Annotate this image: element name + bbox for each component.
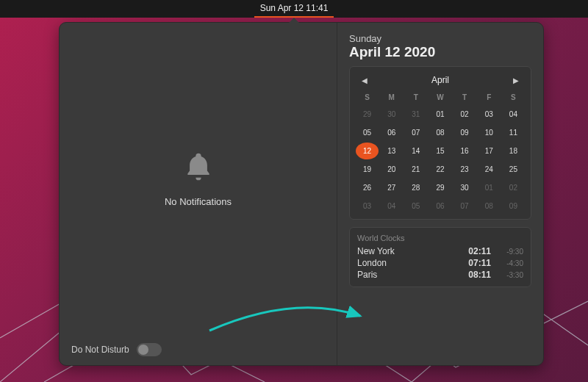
calendar-day[interactable]: 07 (453, 198, 476, 215)
calendar-day[interactable]: 11 (502, 124, 525, 141)
calendar-day[interactable]: 07 (404, 124, 427, 141)
calendar-day[interactable]: 29 (429, 179, 451, 196)
date-heading: Sunday April 12 2020 (349, 33, 531, 60)
world-clock-offset: -4:30 (498, 259, 523, 267)
next-month-button[interactable]: ▶ (510, 74, 522, 86)
calendar-day[interactable]: 03 (478, 106, 501, 123)
calendar-day[interactable]: 05 (356, 124, 379, 141)
notifications-pane: No Notifications Do Not Disturb (60, 23, 337, 365)
calendar-month-label: April (431, 75, 449, 85)
popover-caret (288, 18, 300, 24)
calendar-day[interactable]: 09 (502, 198, 525, 215)
calendar-day[interactable]: 16 (453, 143, 476, 159)
calendar-day[interactable]: 21 (404, 161, 427, 178)
calendar-day[interactable]: 29 (356, 106, 379, 123)
date-full: April 12 2020 (349, 44, 531, 60)
calendar-day[interactable]: 22 (429, 161, 451, 178)
calendar-pane: Sunday April 12 2020 ◀ April ▶ SMTWTFS29… (337, 23, 543, 365)
calendar-day[interactable]: 10 (478, 124, 501, 141)
calendar-day[interactable]: 24 (478, 161, 501, 178)
calendar-day[interactable]: 23 (453, 161, 476, 178)
calendar-dow-header: T (404, 90, 427, 104)
world-clock-time: 02:11 (468, 246, 491, 256)
calendar-day[interactable]: 09 (453, 124, 476, 141)
world-clock-time: 07:11 (468, 258, 491, 268)
world-clock-row[interactable]: London07:11-4:30 (357, 257, 523, 269)
clock-popover: No Notifications Do Not Disturb Sunday A… (59, 22, 544, 366)
calendar-day[interactable]: 03 (356, 198, 379, 215)
calendar-day[interactable]: 08 (478, 198, 501, 215)
no-notifications-label: No Notifications (165, 196, 232, 207)
calendar-day[interactable]: 30 (380, 106, 403, 123)
world-clock-city: New York (357, 246, 468, 256)
dnd-toggle[interactable] (137, 343, 162, 356)
bell-icon (182, 151, 215, 186)
calendar-dow-header: S (502, 90, 525, 104)
calendar-day[interactable]: 06 (380, 124, 403, 141)
calendar-day[interactable]: 27 (380, 179, 403, 196)
calendar-day[interactable]: 28 (404, 179, 427, 196)
dnd-label: Do Not Disturb (71, 345, 129, 355)
calendar-day[interactable]: 31 (404, 106, 427, 123)
calendar-day[interactable]: 30 (453, 179, 476, 196)
calendar-day[interactable]: 04 (380, 198, 403, 215)
calendar-dow-header: M (380, 90, 403, 104)
calendar-day[interactable]: 02 (502, 179, 525, 196)
calendar-day[interactable]: 17 (478, 143, 501, 159)
calendar-day[interactable]: 19 (356, 161, 379, 178)
calendar-day[interactable]: 01 (429, 106, 451, 123)
prev-month-button[interactable]: ◀ (359, 74, 370, 86)
world-clock-offset: -3:30 (498, 271, 523, 279)
toggle-knob (138, 345, 148, 355)
calendar-dow-header: F (478, 90, 501, 104)
top-bar: Sun Apr 12 11:41 (0, 0, 588, 18)
calendar-day[interactable]: 08 (429, 124, 451, 141)
calendar-day[interactable]: 06 (429, 198, 451, 215)
world-clock-row[interactable]: New York02:11-9:30 (357, 245, 523, 257)
calendar-dow-header: S (356, 90, 379, 104)
world-clock-offset: -9:30 (498, 248, 523, 256)
world-clock-time: 08:11 (468, 270, 491, 280)
calendar: ◀ April ▶ SMTWTFS29303101020304050607080… (349, 66, 531, 220)
calendar-day[interactable]: 12 (356, 143, 379, 159)
calendar-day[interactable]: 25 (502, 161, 525, 178)
world-clock-city: London (357, 258, 468, 268)
calendar-dow-header: W (429, 90, 451, 104)
world-clocks[interactable]: World Clocks New York02:11-9:30London07:… (349, 227, 531, 287)
calendar-day[interactable]: 20 (380, 161, 403, 178)
world-clock-row[interactable]: Paris08:11-3:30 (357, 269, 523, 281)
calendar-day[interactable]: 15 (429, 143, 451, 159)
calendar-day[interactable]: 18 (502, 143, 525, 159)
calendar-day[interactable]: 01 (478, 179, 501, 196)
calendar-day[interactable]: 14 (404, 143, 427, 159)
calendar-day[interactable]: 05 (404, 198, 427, 215)
date-dayofweek: Sunday (349, 33, 531, 44)
calendar-day[interactable]: 04 (502, 106, 525, 123)
calendar-day[interactable]: 02 (453, 106, 476, 123)
calendar-dow-header: T (453, 90, 476, 104)
calendar-day[interactable]: 26 (356, 179, 379, 196)
topbar-clock[interactable]: Sun Apr 12 11:41 (254, 0, 334, 18)
world-clock-city: Paris (357, 270, 468, 280)
world-clocks-title: World Clocks (357, 234, 523, 242)
calendar-day[interactable]: 13 (380, 143, 403, 159)
